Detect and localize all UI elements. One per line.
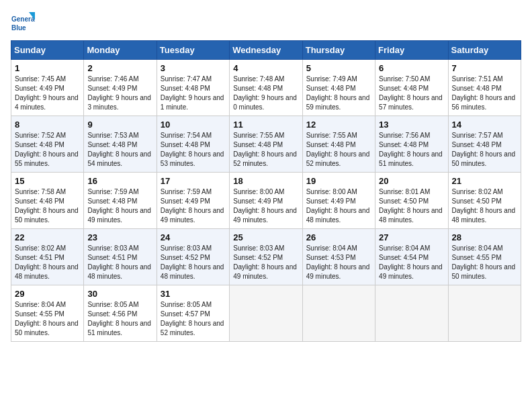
day-cell-31: 31Sunrise: 8:05 AMSunset: 4:57 PMDayligh… [157, 285, 229, 342]
day-info: Sunrise: 7:52 AMSunset: 4:48 PMDaylight:… [15, 131, 80, 169]
day-cell-25: 25Sunrise: 8:03 AMSunset: 4:52 PMDayligh… [230, 229, 302, 285]
day-cell-8: 8Sunrise: 7:52 AMSunset: 4:48 PMDaylight… [11, 116, 84, 173]
day-info: Sunrise: 8:04 AMSunset: 4:54 PMDaylight:… [379, 244, 444, 281]
day-number: 5 [306, 63, 371, 73]
day-cell-3: 3Sunrise: 7:47 AMSunset: 4:48 PMDaylight… [157, 60, 229, 116]
day-info: Sunrise: 7:56 AMSunset: 4:48 PMDaylight:… [379, 131, 444, 169]
day-cell-1: 1Sunrise: 7:45 AMSunset: 4:49 PMDaylight… [11, 60, 84, 116]
empty-cell [302, 285, 375, 342]
svg-text:Blue: Blue [11, 24, 26, 32]
logo-svg: General Blue [11, 11, 35, 35]
day-number: 26 [306, 232, 371, 242]
day-info: Sunrise: 8:04 AMSunset: 4:55 PMDaylight:… [452, 244, 517, 281]
day-cell-15: 15Sunrise: 7:58 AMSunset: 4:48 PMDayligh… [11, 173, 84, 229]
day-number: 12 [306, 120, 371, 130]
day-info: Sunrise: 7:55 AMSunset: 4:48 PMDaylight:… [306, 131, 371, 169]
svg-text:General: General [11, 15, 35, 23]
header-day-thursday: Thursday [302, 41, 375, 60]
header-day-wednesday: Wednesday [230, 41, 302, 60]
day-info: Sunrise: 7:50 AMSunset: 4:48 PMDaylight:… [379, 75, 444, 112]
day-info: Sunrise: 8:04 AMSunset: 4:53 PMDaylight:… [306, 244, 371, 281]
day-cell-30: 30Sunrise: 8:05 AMSunset: 4:56 PMDayligh… [84, 285, 157, 342]
day-info: Sunrise: 8:03 AMSunset: 4:52 PMDaylight:… [161, 244, 226, 281]
day-number: 22 [15, 232, 80, 242]
calendar-table: SundayMondayTuesdayWednesdayThursdayFrid… [11, 40, 521, 342]
day-info: Sunrise: 7:59 AMSunset: 4:49 PMDaylight:… [161, 187, 226, 225]
day-info: Sunrise: 7:49 AMSunset: 4:48 PMDaylight:… [306, 75, 371, 112]
day-info: Sunrise: 8:05 AMSunset: 4:57 PMDaylight:… [161, 300, 226, 338]
day-number: 23 [87, 232, 152, 242]
header-day-sunday: Sunday [11, 41, 84, 60]
day-cell-14: 14Sunrise: 7:57 AMSunset: 4:48 PMDayligh… [448, 116, 521, 173]
empty-cell [375, 285, 448, 342]
day-cell-9: 9Sunrise: 7:53 AMSunset: 4:48 PMDaylight… [84, 116, 157, 173]
day-number: 4 [233, 63, 298, 73]
day-cell-29: 29Sunrise: 8:04 AMSunset: 4:55 PMDayligh… [11, 285, 84, 342]
day-info: Sunrise: 7:53 AMSunset: 4:48 PMDaylight:… [87, 131, 152, 169]
week-row-4: 22Sunrise: 8:02 AMSunset: 4:51 PMDayligh… [11, 229, 521, 285]
day-cell-7: 7Sunrise: 7:51 AMSunset: 4:48 PMDaylight… [448, 60, 521, 116]
day-number: 3 [161, 63, 226, 73]
day-info: Sunrise: 8:03 AMSunset: 4:52 PMDaylight:… [233, 244, 298, 281]
header-day-monday: Monday [84, 41, 157, 60]
day-info: Sunrise: 7:51 AMSunset: 4:48 PMDaylight:… [452, 75, 517, 112]
day-cell-21: 21Sunrise: 8:02 AMSunset: 4:50 PMDayligh… [448, 173, 521, 229]
day-number: 24 [161, 232, 226, 242]
day-cell-12: 12Sunrise: 7:55 AMSunset: 4:48 PMDayligh… [302, 116, 375, 173]
day-info: Sunrise: 7:48 AMSunset: 4:48 PMDaylight:… [233, 75, 298, 112]
day-number: 10 [161, 120, 226, 130]
day-cell-4: 4Sunrise: 7:48 AMSunset: 4:48 PMDaylight… [230, 60, 302, 116]
day-number: 27 [379, 232, 444, 242]
day-cell-24: 24Sunrise: 8:03 AMSunset: 4:52 PMDayligh… [157, 229, 229, 285]
day-cell-10: 10Sunrise: 7:54 AMSunset: 4:48 PMDayligh… [157, 116, 229, 173]
week-row-3: 15Sunrise: 7:58 AMSunset: 4:48 PMDayligh… [11, 173, 521, 229]
day-info: Sunrise: 7:45 AMSunset: 4:49 PMDaylight:… [15, 75, 80, 112]
day-info: Sunrise: 8:00 AMSunset: 4:49 PMDaylight:… [306, 187, 371, 225]
day-number: 9 [87, 120, 152, 130]
day-number: 16 [87, 176, 152, 186]
week-row-5: 29Sunrise: 8:04 AMSunset: 4:55 PMDayligh… [11, 285, 521, 342]
week-row-2: 8Sunrise: 7:52 AMSunset: 4:48 PMDaylight… [11, 116, 521, 173]
day-number: 13 [379, 120, 444, 130]
day-number: 29 [15, 289, 80, 299]
day-cell-16: 16Sunrise: 7:59 AMSunset: 4:48 PMDayligh… [84, 173, 157, 229]
day-info: Sunrise: 7:54 AMSunset: 4:48 PMDaylight:… [161, 131, 226, 169]
day-cell-2: 2Sunrise: 7:46 AMSunset: 4:49 PMDaylight… [84, 60, 157, 116]
day-number: 15 [15, 176, 80, 186]
day-info: Sunrise: 7:46 AMSunset: 4:49 PMDaylight:… [87, 75, 152, 112]
day-number: 2 [87, 63, 152, 73]
day-cell-17: 17Sunrise: 7:59 AMSunset: 4:49 PMDayligh… [157, 173, 229, 229]
day-cell-23: 23Sunrise: 8:03 AMSunset: 4:51 PMDayligh… [84, 229, 157, 285]
day-number: 31 [161, 289, 226, 299]
day-info: Sunrise: 8:04 AMSunset: 4:55 PMDaylight:… [15, 300, 80, 338]
day-number: 6 [379, 63, 444, 73]
header-day-tuesday: Tuesday [157, 41, 229, 60]
day-info: Sunrise: 7:47 AMSunset: 4:48 PMDaylight:… [161, 75, 226, 112]
day-info: Sunrise: 7:57 AMSunset: 4:48 PMDaylight:… [452, 131, 517, 169]
empty-cell [230, 285, 302, 342]
day-cell-26: 26Sunrise: 8:04 AMSunset: 4:53 PMDayligh… [302, 229, 375, 285]
day-cell-6: 6Sunrise: 7:50 AMSunset: 4:48 PMDaylight… [375, 60, 448, 116]
day-number: 30 [87, 289, 152, 299]
day-cell-20: 20Sunrise: 8:01 AMSunset: 4:50 PMDayligh… [375, 173, 448, 229]
day-info: Sunrise: 8:01 AMSunset: 4:50 PMDaylight:… [379, 187, 444, 225]
day-cell-19: 19Sunrise: 8:00 AMSunset: 4:49 PMDayligh… [302, 173, 375, 229]
day-number: 20 [379, 176, 444, 186]
day-number: 11 [233, 120, 298, 130]
header-day-friday: Friday [375, 41, 448, 60]
day-cell-18: 18Sunrise: 8:00 AMSunset: 4:49 PMDayligh… [230, 173, 302, 229]
week-row-1: 1Sunrise: 7:45 AMSunset: 4:49 PMDaylight… [11, 60, 521, 116]
day-number: 8 [15, 120, 80, 130]
day-number: 28 [452, 232, 517, 242]
logo: General Blue [11, 11, 35, 35]
day-info: Sunrise: 8:02 AMSunset: 4:50 PMDaylight:… [452, 187, 517, 225]
day-cell-22: 22Sunrise: 8:02 AMSunset: 4:51 PMDayligh… [11, 229, 84, 285]
day-number: 17 [161, 176, 226, 186]
day-number: 21 [452, 176, 517, 186]
day-info: Sunrise: 7:58 AMSunset: 4:48 PMDaylight:… [15, 187, 80, 225]
day-number: 25 [233, 232, 298, 242]
day-cell-11: 11Sunrise: 7:55 AMSunset: 4:48 PMDayligh… [230, 116, 302, 173]
day-info: Sunrise: 8:02 AMSunset: 4:51 PMDaylight:… [15, 244, 80, 281]
day-number: 1 [15, 63, 80, 73]
header-day-saturday: Saturday [448, 41, 521, 60]
